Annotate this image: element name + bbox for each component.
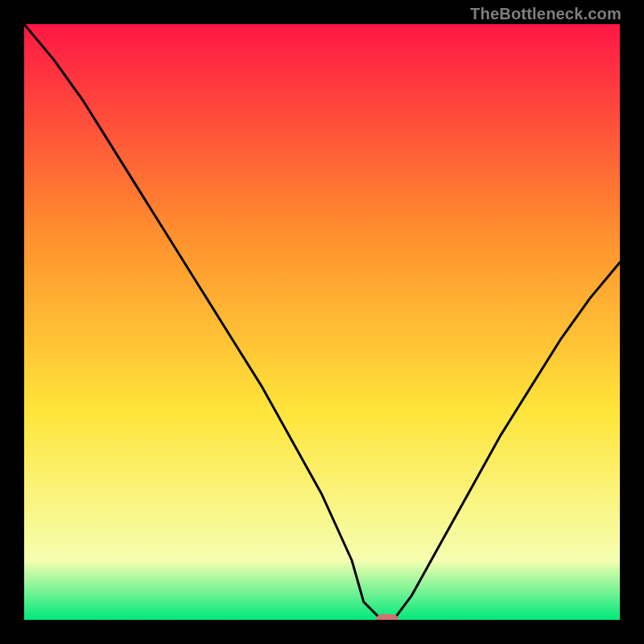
watermark-label: TheBottleneck.com [470,5,621,23]
minimum-marker [376,614,398,620]
chart-frame: TheBottleneck.com [0,0,644,644]
curve-svg [24,24,620,620]
plot-area [24,24,620,620]
bottleneck-curve-path [24,24,620,620]
